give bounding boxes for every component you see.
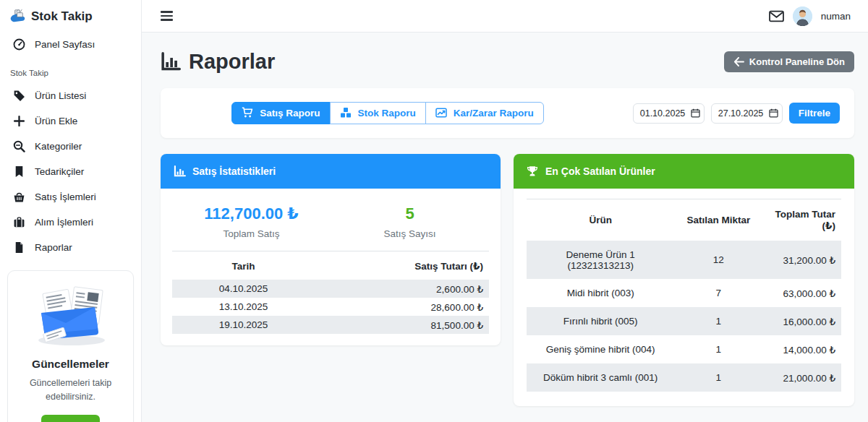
column-header-toplam-tutar: Toplam Tutar (₺)	[762, 199, 841, 241]
bookmark-icon	[13, 165, 25, 178]
mail-icon[interactable]	[769, 10, 784, 22]
sales-statistics-card: Satış İstatistikleri 112,700.00 ₺ Toplam…	[161, 154, 501, 345]
brand[interactable]: Stok Takip	[0, 0, 141, 32]
table-row: 19.10.2025 81,500.00 ₺	[172, 316, 489, 334]
qty-cell: 12	[674, 241, 762, 279]
top-products-body: Ürün Satılan Miktar Toplam Tutar (₺) Den…	[514, 189, 854, 406]
total-cell: 14,000.00 ₺	[762, 335, 841, 363]
date-to-input[interactable]: 27.10.2025	[711, 103, 783, 124]
arrow-left-icon	[733, 57, 744, 66]
sales-statistics-title: Satış İstatistikleri	[192, 165, 276, 177]
report-tab-group: Satış Raporu Stok Raporu K	[231, 102, 544, 124]
top-products-title: En Çok Satılan Ürünler	[545, 165, 655, 177]
total-cell: 31,200.00 ₺	[762, 241, 841, 279]
products-table-header-row: Ürün Satılan Miktar Toplam Tutar (₺)	[527, 199, 841, 241]
search-minus-icon	[13, 140, 25, 152]
sidebar-item-label: Tedarikçiler	[35, 166, 84, 177]
app-root: Stok Takip Panel Sayfası Stok Takip Ürün…	[0, 0, 868, 422]
page-title: Raporlar	[161, 50, 275, 74]
report-tabs: Satış Raporu Stok Raporu K	[175, 102, 600, 124]
amount-cell: 81,500.00 ₺	[315, 316, 489, 334]
basket-icon	[13, 191, 25, 203]
date-from-value: 01.10.2025	[640, 108, 686, 119]
sidebar-item-label: Ürün Listesi	[35, 90, 86, 101]
avatar[interactable]	[793, 7, 812, 26]
total-cell: 21,000.00 ₺	[762, 363, 841, 392]
sidebar-item-urun-listesi[interactable]: Ürün Listesi	[0, 83, 141, 108]
column-header-urun: Ürün	[527, 199, 674, 241]
topbar-right: numan	[769, 7, 851, 26]
brand-text: Stok Takip	[31, 9, 93, 24]
tab-label: Kar/Zarar Raporu	[454, 108, 534, 119]
qty-cell: 7	[674, 279, 762, 307]
sidebar-item-label: Ürün Ekle	[35, 116, 77, 126]
amount-cell: 2,600.00 ₺	[315, 280, 489, 298]
table-row: Döküm hibrit 3 camlı (001) 1 21,000.00 ₺	[527, 363, 841, 392]
page-head: Raporlar Kontrol Paneline Dön	[161, 50, 854, 74]
sidebar-item-alim-islemleri[interactable]: Alım İşlemleri	[0, 210, 141, 235]
sales-statistics-header: Satış İstatistikleri	[161, 154, 501, 189]
column-header-tarih: Tarih	[172, 251, 315, 280]
qty-cell: 1	[674, 363, 762, 392]
sales-statistics-body: 112,700.00 ₺ Toplam Satış 5 Satış Sayısı	[161, 189, 501, 345]
tab-label: Satış Raporu	[260, 108, 320, 119]
tab-stok-raporu[interactable]: Stok Raporu	[330, 102, 426, 124]
sidebar-item-kategoriler[interactable]: Kategoriler	[0, 134, 141, 159]
total-cell: 16,000.00 ₺	[762, 307, 841, 335]
cart-icon	[242, 107, 254, 119]
hamburger-menu-button[interactable]	[161, 9, 176, 22]
date-filter-zone: 01.10.2025 27.10.2025 Filtrele	[633, 103, 840, 124]
username: numan	[821, 11, 851, 22]
sidebar-item-raporlar[interactable]: Raporlar	[0, 235, 141, 260]
tab-kar-zarar-raporu[interactable]: Kar/Zarar Raporu	[425, 102, 544, 124]
tab-satis-raporu[interactable]: Satış Raporu	[231, 102, 330, 124]
sales-table: Tarih Satış Tutarı (₺) 04.10.2025 2,600.…	[172, 251, 489, 334]
filter-card: Satış Raporu Stok Raporu K	[161, 88, 854, 138]
date-cell: 19.10.2025	[172, 316, 315, 334]
sales-count-label: Satış Sayısı	[331, 228, 489, 239]
amount-cell: 28,600.00 ₺	[315, 298, 489, 316]
qty-cell: 1	[674, 335, 762, 363]
updates-title: Güncellemeler	[15, 358, 126, 371]
follow-button[interactable]: Takip et	[41, 415, 99, 422]
page-title-text: Raporlar	[189, 50, 275, 74]
column-header-satilan-miktar: Satılan Miktar	[674, 199, 762, 241]
trend-chart-icon	[435, 107, 448, 119]
filter-button[interactable]: Filtrele	[789, 103, 840, 124]
sidebar-item-panel-sayfasi[interactable]: Panel Sayfası	[0, 32, 141, 57]
stats-row: 112,700.00 ₺ Toplam Satış 5 Satış Sayısı	[172, 189, 489, 251]
topbar: numan	[142, 0, 868, 33]
updates-card: Güncellemeler Güncellemeleri takip edebi…	[7, 270, 134, 422]
table-row: Midi hibrit (003) 7 63,000.00 ₺	[527, 279, 841, 307]
sidebar: Stok Takip Panel Sayfası Stok Takip Ürün…	[0, 0, 142, 422]
total-sales-value: 112,700.00 ₺	[172, 204, 331, 223]
briefcase-icon	[13, 216, 25, 228]
tag-icon	[13, 90, 25, 102]
product-cell: Midi hibrit (003)	[527, 279, 674, 307]
sidebar-item-label: Panel Sayfası	[35, 39, 95, 50]
sales-table-header-row: Tarih Satış Tutarı (₺)	[172, 251, 489, 280]
sales-count-value: 5	[331, 204, 489, 223]
calendar-icon[interactable]	[769, 108, 778, 118]
sidebar-item-satis-islemleri[interactable]: Satış İşlemleri	[0, 184, 141, 210]
product-cell: Deneme Ürün 1 (12321313213)	[527, 241, 674, 279]
sidebar-section-label: Stok Takip	[0, 57, 141, 83]
sales-count-stat: 5 Satış Sayısı	[331, 204, 489, 239]
sidebar-item-label: Kategoriler	[35, 141, 82, 152]
column-header-satis-tutari: Satış Tutarı (₺)	[315, 251, 489, 280]
cards-row: Satış İstatistikleri 112,700.00 ₺ Toplam…	[161, 154, 854, 406]
calendar-icon[interactable]	[691, 108, 700, 118]
table-row: Fırınlı hibrit (005) 1 16,000.00 ₺	[527, 307, 841, 335]
sidebar-item-urun-ekle[interactable]: Ürün Ekle	[0, 108, 141, 134]
product-cell: Döküm hibrit 3 camlı (001)	[527, 363, 674, 392]
table-row: Geniş şömine hibrit (004) 1 14,000.00 ₺	[527, 335, 841, 363]
trophy-icon	[527, 165, 539, 178]
sidebar-item-tedarikciler[interactable]: Tedarikçiler	[0, 159, 141, 184]
back-to-panel-button[interactable]: Kontrol Paneline Dön	[724, 51, 854, 72]
sidebar-item-label: Alım İşlemleri	[35, 217, 93, 228]
sidebar-item-label: Satış İşlemleri	[35, 191, 96, 202]
total-sales-stat: 112,700.00 ₺ Toplam Satış	[172, 204, 331, 239]
content: Raporlar Kontrol Paneline Dön	[142, 33, 868, 406]
date-from-input[interactable]: 01.10.2025	[633, 103, 705, 124]
date-to-value: 27.10.2025	[718, 108, 764, 119]
